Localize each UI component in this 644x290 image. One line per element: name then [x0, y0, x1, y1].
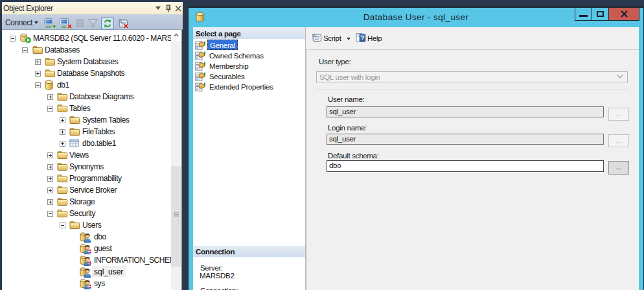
svg-text:?: ?: [360, 34, 364, 41]
